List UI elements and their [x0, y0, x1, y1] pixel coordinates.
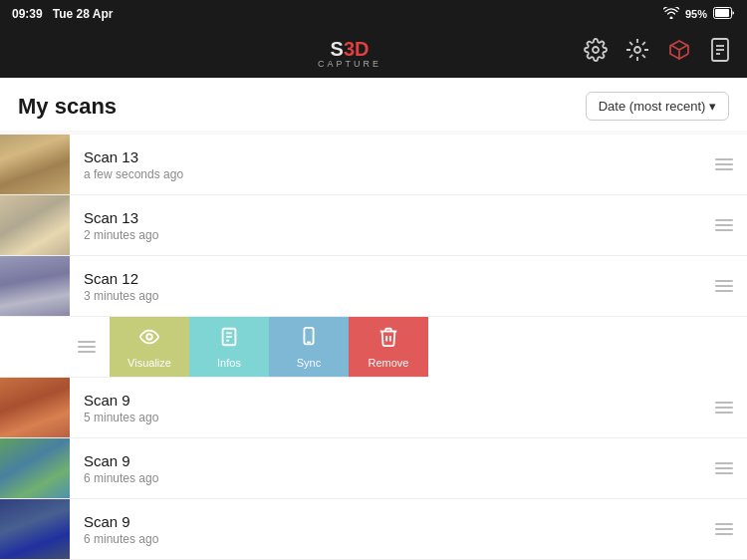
- status-date: Tue 28 Apr: [53, 7, 114, 21]
- svg-point-2: [593, 47, 599, 53]
- page-content: My scans Date (most recent) ▾ Scan 13 a …: [0, 78, 747, 560]
- scan-thumbnail: [0, 256, 70, 316]
- scan-thumbnail: [0, 195, 70, 255]
- scan-info: Scan 12 3 minutes ago: [70, 270, 701, 303]
- sync-icon: [298, 326, 320, 353]
- drag-handle: [701, 523, 747, 535]
- status-bar: 09:39 Tue 28 Apr 95%: [0, 0, 747, 28]
- scan-thumbnail: [0, 438, 70, 498]
- scan-name: Scan 9: [84, 452, 687, 469]
- infos-label: Infos: [217, 357, 241, 369]
- drag-handle: [64, 341, 110, 353]
- svg-point-9: [146, 334, 152, 340]
- page-header: My scans Date (most recent) ▾: [0, 78, 747, 131]
- app-logo: S 3D CAPTURE: [318, 38, 381, 69]
- logo-capture: CAPTURE: [318, 59, 381, 69]
- status-indicators: 95%: [663, 7, 735, 21]
- scan-info: Scan 9 6 minutes ago: [70, 452, 701, 485]
- drag-handle: [701, 219, 747, 231]
- scan-name: Scan 12: [84, 270, 687, 287]
- wifi-icon: [663, 7, 679, 21]
- status-time-date: 09:39 Tue 28 Apr: [12, 7, 113, 21]
- scan-list: Scan 13 a few seconds ago Scan 13 2 minu…: [0, 135, 747, 560]
- scan-name: Scan 9: [84, 392, 687, 409]
- list-item-active[interactable]: Scan 11 4 minutes ago Visualize: [0, 317, 428, 378]
- scan-name: Scan 13: [84, 209, 687, 226]
- scan-thumbnail: [0, 378, 70, 437]
- drag-handle: [701, 280, 747, 292]
- scan-thumbnail: [0, 499, 70, 559]
- document-icon[interactable]: [709, 38, 731, 68]
- scan-time: 5 minutes ago: [84, 411, 687, 424]
- drag-handle: [701, 462, 747, 474]
- scan-time: 6 minutes ago: [84, 471, 687, 485]
- remove-label: Remove: [369, 357, 409, 369]
- scan-info: Scan 11 4 minutes ago: [0, 331, 64, 364]
- sync-button[interactable]: Sync: [269, 317, 349, 377]
- svg-point-3: [634, 47, 640, 53]
- cube-icon[interactable]: [667, 38, 691, 68]
- infos-button[interactable]: Infos: [189, 317, 269, 377]
- battery-icon: [713, 7, 735, 21]
- remove-icon: [377, 326, 399, 353]
- sort-button[interactable]: Date (most recent) ▾: [586, 92, 729, 121]
- scan-time: 3 minutes ago: [84, 289, 687, 303]
- list-item[interactable]: Scan 9 6 minutes ago: [0, 438, 747, 499]
- visualize-label: Visualize: [127, 357, 171, 369]
- status-time: 09:39: [12, 7, 43, 21]
- visualize-icon: [138, 326, 160, 353]
- scan-info: Scan 13 a few seconds ago: [70, 148, 701, 181]
- scan-info: Scan 9 5 minutes ago: [70, 392, 701, 424]
- drag-handle: [701, 158, 747, 170]
- scan-info: Scan 9 6 minutes ago: [70, 513, 701, 546]
- app-header: S 3D CAPTURE: [0, 28, 747, 78]
- page-title: My scans: [18, 94, 117, 120]
- header-icon-group: [584, 38, 731, 68]
- logo-3d: 3D: [344, 38, 370, 61]
- list-item[interactable]: Scan 13 a few seconds ago: [0, 135, 747, 195]
- infos-icon: [218, 326, 240, 353]
- list-item[interactable]: Scan 13 2 minutes ago: [0, 195, 747, 256]
- scan-info: Scan 13 2 minutes ago: [70, 209, 701, 242]
- visualize-button[interactable]: Visualize: [110, 317, 189, 377]
- list-item[interactable]: Scan 9 5 minutes ago: [0, 378, 747, 438]
- list-item[interactable]: Scan 12 3 minutes ago: [0, 256, 747, 317]
- logo-s: S: [331, 38, 344, 61]
- drag-handle: [701, 402, 747, 414]
- scan-time: 2 minutes ago: [84, 228, 687, 242]
- scan-thumbnail: [0, 135, 70, 194]
- sync-label: Sync: [297, 357, 321, 369]
- settings2-icon[interactable]: [625, 38, 649, 68]
- svg-rect-1: [715, 9, 729, 17]
- scan-name: Scan 13: [84, 148, 687, 165]
- scan-time: a few seconds ago: [84, 167, 687, 181]
- remove-button[interactable]: Remove: [349, 317, 428, 377]
- swipe-actions: Visualize Infos: [110, 317, 428, 377]
- battery-percent: 95%: [685, 8, 707, 20]
- settings-icon[interactable]: [584, 38, 608, 68]
- scan-name: Scan 11: [0, 331, 50, 348]
- list-item[interactable]: Scan 9 6 minutes ago: [0, 499, 747, 560]
- scan-time: 4 minutes ago: [0, 350, 50, 364]
- scan-name: Scan 9: [84, 513, 687, 530]
- scan-time: 6 minutes ago: [84, 532, 687, 546]
